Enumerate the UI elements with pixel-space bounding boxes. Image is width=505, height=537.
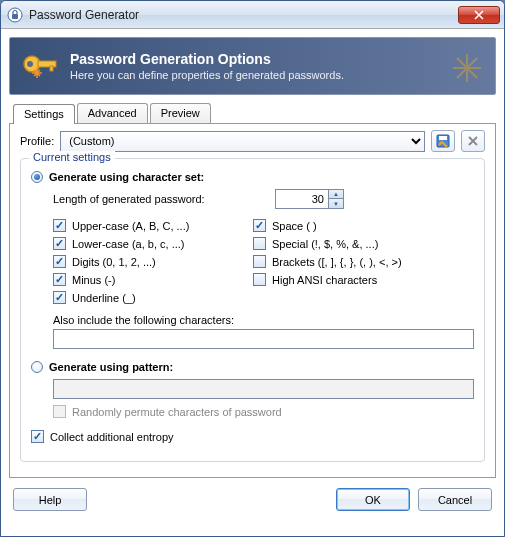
key-icon [20,46,60,86]
charset-radio[interactable] [31,171,43,183]
window-title: Password Generator [29,8,458,22]
pattern-options: Randomly permute characters of password [53,379,474,418]
profile-row: Profile: (Custom) [20,130,485,152]
length-down[interactable]: ▼ [329,199,343,208]
chk-brackets[interactable]: Brackets ([, ], {, }, (, ), <, >) [253,255,453,268]
button-row: Help OK Cancel [1,478,504,521]
also-include-input[interactable] [53,329,474,349]
chk-entropy[interactable]: Collect additional entropy [31,430,474,443]
pattern-input [53,379,474,399]
length-row: Length of generated password: ▲ ▼ [53,189,474,209]
tab-strip: Settings Advanced Preview [13,103,496,123]
fieldset-legend: Current settings [29,151,115,163]
chk-special[interactable]: Special (!, $, %, &, ...) [253,237,453,250]
cancel-button[interactable]: Cancel [418,488,492,511]
help-button[interactable]: Help [13,488,87,511]
charset-radio-label: Generate using character set: [49,171,204,183]
profile-label: Profile: [20,135,54,147]
svg-point-3 [27,61,33,67]
chk-underline[interactable]: Underline (_) [53,291,253,304]
pattern-radio[interactable] [31,361,43,373]
chk-lowercase[interactable]: Lower-case (a, b, c, ...) [53,237,253,250]
tab-settings[interactable]: Settings [13,104,75,124]
chk-permute: Randomly permute characters of password [53,405,474,418]
svg-rect-7 [439,136,447,140]
titlebar: Password Generator [1,1,504,29]
also-include-label: Also include the following characters: [53,314,474,326]
ok-button[interactable]: OK [336,488,410,511]
tab-preview[interactable]: Preview [150,103,211,123]
header-text: Password Generation Options Here you can… [70,51,344,81]
profile-select[interactable]: (Custom) [60,131,425,152]
tab-panel: Profile: (Custom) Current settings Gener… [9,123,496,478]
svg-rect-1 [12,14,18,19]
chk-space[interactable]: Space ( ) [253,219,453,232]
chk-uppercase[interactable]: Upper-case (A, B, C, ...) [53,219,253,232]
chk-digits[interactable]: Digits (0, 1, 2, ...) [53,255,253,268]
charset-checkboxes: Upper-case (A, B, C, ...) Lower-case (a,… [53,219,474,304]
delete-profile-button[interactable] [461,130,485,152]
chk-minus[interactable]: Minus (-) [53,273,253,286]
save-profile-button[interactable] [431,130,455,152]
length-up[interactable]: ▲ [329,190,343,199]
length-input[interactable] [276,190,328,208]
pattern-radio-row[interactable]: Generate using pattern: [31,361,474,373]
lock-icon [7,7,23,23]
charset-radio-row[interactable]: Generate using character set: [31,171,474,183]
charset-options: Length of generated password: ▲ ▼ Upper-… [53,189,474,349]
length-spinner[interactable]: ▲ ▼ [275,189,344,209]
header-subtitle: Here you can define properties of genera… [70,69,344,81]
svg-rect-5 [50,66,53,71]
length-label: Length of generated password: [53,193,253,205]
settings-fieldset: Current settings Generate using characte… [20,158,485,462]
pattern-radio-label: Generate using pattern: [49,361,173,373]
header-decoration [447,48,487,92]
header-panel: Password Generation Options Here you can… [9,37,496,95]
close-button[interactable] [458,6,500,24]
header-title: Password Generation Options [70,51,344,67]
tabs-container: Settings Advanced Preview Profile: (Cust… [9,103,496,478]
chk-highansi[interactable]: High ANSI characters [253,273,453,286]
window: Password Generator Password Generation O… [0,0,505,537]
tab-advanced[interactable]: Advanced [77,103,148,123]
